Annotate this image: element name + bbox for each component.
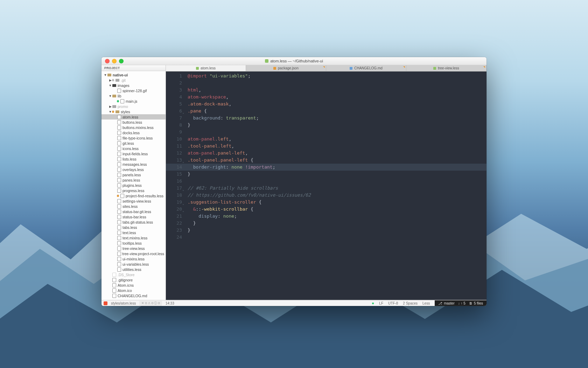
tree-file[interactable]: panes.less — [102, 177, 166, 183]
tree-file[interactable]: buttons.less — [102, 120, 166, 125]
tree-file[interactable]: status-bar.less — [102, 214, 166, 219]
code-line[interactable]: .tool-panel.left, — [188, 143, 484, 150]
code-line[interactable]: .tool-panel.panel-left { — [188, 157, 484, 164]
tree-file[interactable]: text.mixins.less — [102, 235, 166, 240]
line-number[interactable]: 17⌄ — [166, 185, 182, 192]
tree-file[interactable]: tabs.git-status.less — [102, 219, 166, 225]
tree-file[interactable]: panels.less — [102, 172, 166, 177]
code-line[interactable]: .suggestion-list-scroller { — [188, 199, 484, 206]
tree-file[interactable]: lists.less — [102, 156, 166, 162]
line-number[interactable]: 1 — [166, 73, 182, 80]
code-line[interactable]: atom-panel.left, — [188, 136, 484, 143]
tree-file[interactable]: text.less — [102, 230, 166, 235]
code-line[interactable] — [188, 178, 484, 185]
disclosure-caret-icon[interactable]: ▶ — [108, 78, 112, 82]
disclosure-caret-icon[interactable]: ▼ — [104, 73, 107, 76]
tree-folder[interactable]: ▶.git — [102, 77, 166, 83]
line-number[interactable]: 22 — [166, 220, 182, 227]
tree-file[interactable]: overlays.less — [102, 167, 166, 172]
line-number[interactable]: 10 — [166, 136, 182, 143]
window-minimize-icon[interactable] — [112, 59, 117, 63]
disclosure-caret-icon[interactable]: ▼ — [108, 83, 112, 87]
line-number[interactable]: 21 — [166, 213, 182, 220]
code-line[interactable]: border-right: none !important; — [188, 164, 484, 171]
code-line[interactable]: background: transparent; — [188, 115, 484, 122]
status-grammar[interactable]: Less — [422, 301, 430, 305]
tree-file[interactable]: main.js — [102, 98, 166, 104]
tree-file[interactable]: docks.less — [102, 130, 166, 135]
line-number[interactable]: 6⌄ — [166, 108, 182, 115]
status-cursor[interactable]: 14:33 — [166, 301, 174, 305]
tree-file[interactable]: .DS_Store — [102, 272, 166, 277]
code-line[interactable]: .atom-dock-mask, — [188, 101, 484, 108]
code-line[interactable]: } — [188, 227, 484, 234]
tree-file[interactable]: plugins.less — [102, 183, 166, 188]
fold-icon[interactable]: ⌄ — [182, 109, 184, 116]
fold-icon[interactable]: ⌄ — [182, 207, 184, 214]
tree-file[interactable]: utilities.less — [102, 267, 166, 272]
tree-file[interactable]: git.less — [102, 141, 166, 146]
tree-file[interactable]: ui-variables.less — [102, 261, 166, 267]
fold-icon[interactable]: ⌄ — [182, 186, 184, 193]
line-number[interactable]: 16 — [166, 178, 182, 185]
code-area[interactable]: @import "ui-variables";html,atom-workspa… — [185, 71, 486, 300]
git-icon[interactable] — [104, 301, 107, 305]
code-line[interactable] — [188, 234, 484, 241]
fold-icon[interactable]: ⌄ — [182, 200, 184, 207]
code-line[interactable]: display: none; — [188, 213, 484, 220]
status-indent[interactable]: 2 Spaces — [403, 301, 418, 305]
code-line[interactable]: // https://github.com/fv0/native-ui/issu… — [188, 192, 484, 199]
line-number[interactable]: 24 — [166, 234, 182, 241]
code-line[interactable] — [188, 80, 484, 87]
line-number[interactable]: 9 — [166, 129, 182, 136]
code-line[interactable]: } — [188, 122, 484, 129]
tree-file[interactable]: tooltips.less — [102, 240, 166, 246]
disclosure-caret-icon[interactable]: ▼ — [108, 110, 112, 113]
tab[interactable]: atom.less — [166, 65, 246, 71]
line-number[interactable]: 8 — [166, 122, 182, 129]
line-number[interactable]: 2 — [166, 80, 182, 87]
line-number[interactable]: 18 — [166, 192, 182, 199]
window-close-icon[interactable] — [105, 59, 110, 63]
tree-folder[interactable]: ▶promo — [102, 104, 166, 109]
line-number[interactable]: 3 — [166, 87, 182, 94]
tree-file[interactable]: tree-view.project-root.less — [102, 251, 166, 256]
line-number[interactable]: 19⌄ — [166, 199, 182, 206]
tree-file[interactable]: settings-view.less — [102, 198, 166, 204]
code-line[interactable]: } — [188, 171, 484, 178]
line-number[interactable]: 23 — [166, 227, 182, 234]
code-line[interactable]: .pane { — [188, 108, 484, 115]
tab[interactable]: CHANGELOG.md — [326, 65, 406, 71]
code-line[interactable]: html, — [188, 87, 484, 94]
tree-file[interactable]: Atom.icns — [102, 282, 166, 288]
tree-folder[interactable]: ▼native-ui — [102, 72, 166, 77]
tree-file[interactable]: input-fields.less — [102, 151, 166, 156]
line-number[interactable]: 20⌄ — [166, 206, 182, 213]
code-line[interactable]: } — [188, 220, 484, 227]
tree-file[interactable]: status-bar.git.less — [102, 209, 166, 214]
line-number[interactable]: 13⌄ — [166, 157, 182, 164]
disclosure-caret-icon[interactable]: ▶ — [108, 104, 112, 108]
tree-file[interactable]: ui-mixins.less — [102, 256, 166, 261]
tab[interactable]: tree-view.less — [406, 65, 486, 71]
tree-file[interactable]: spinner-128.gif — [102, 88, 166, 93]
code-line[interactable]: atom-panel.panel-left, — [188, 150, 484, 157]
disclosure-caret-icon[interactable]: ▼ — [108, 94, 112, 97]
line-number[interactable]: 12 — [166, 150, 182, 157]
line-number[interactable]: 15 — [166, 171, 182, 178]
tree-file[interactable]: Atom.ico — [102, 288, 166, 293]
tree-file[interactable]: progress.less — [102, 188, 166, 193]
tree-file[interactable]: buttons.mixins.less — [102, 125, 166, 130]
git-status-box[interactable]: ⎇master ↓ ↑ 5 🗎5 files — [435, 300, 486, 306]
code-line[interactable]: @import "ui-variables"; — [188, 73, 484, 80]
status-line-ending[interactable]: LF — [379, 301, 383, 305]
tree-file[interactable]: icons.less — [102, 146, 166, 151]
tree-file[interactable]: file-type-icons.less — [102, 135, 166, 141]
tree-file[interactable]: tree-view.less — [102, 246, 166, 251]
line-number[interactable]: 5 — [166, 101, 182, 108]
tree-file[interactable]: .gitignore — [102, 277, 166, 282]
tree-folder[interactable]: ▼lib — [102, 93, 166, 98]
line-number[interactable]: 7 — [166, 115, 182, 122]
code-line[interactable]: atom-workspace, — [188, 94, 484, 101]
line-number[interactable]: 11 — [166, 143, 182, 150]
